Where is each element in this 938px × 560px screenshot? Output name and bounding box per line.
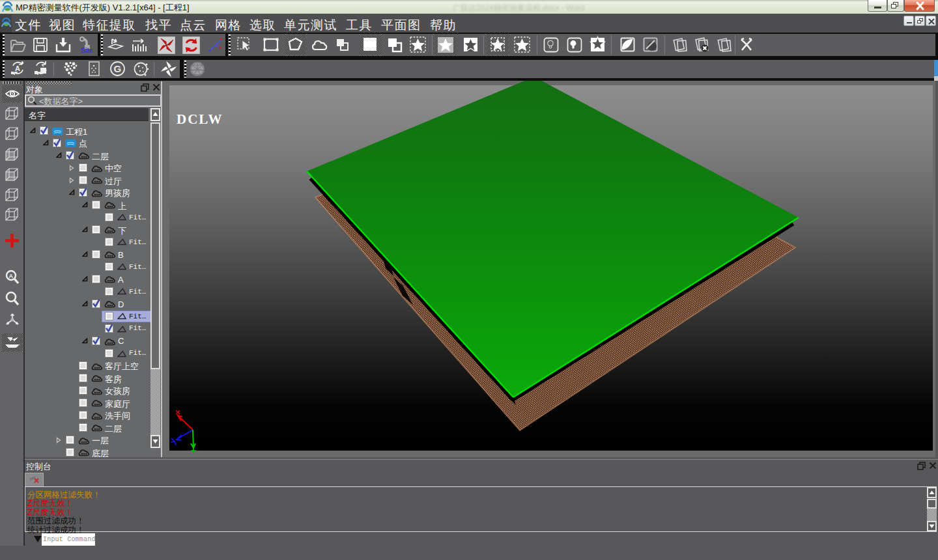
svg-text:G: G — [114, 63, 122, 74]
svg-text:A: A — [15, 64, 20, 72]
svg-text:A: A — [9, 273, 14, 279]
svg-text:DCLW: DCLW — [177, 111, 223, 127]
svg-text:Site: Site — [81, 47, 93, 54]
